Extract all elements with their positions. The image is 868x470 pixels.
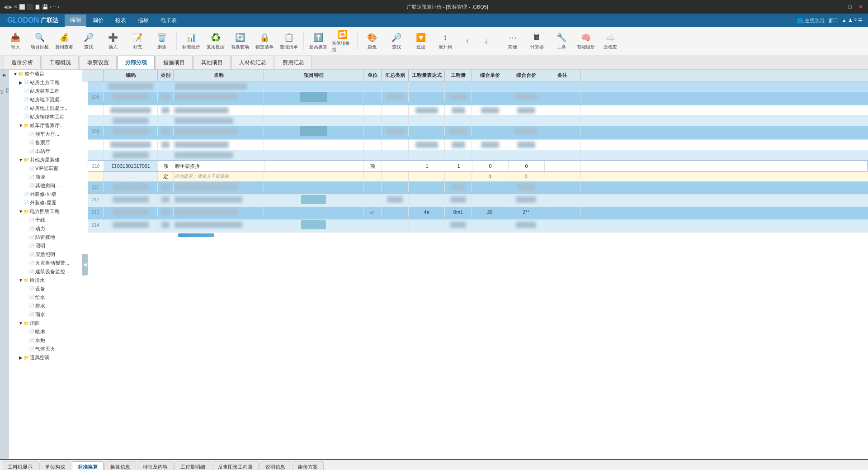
tree-item-18[interactable]: 📄 防雷接地: [9, 233, 82, 242]
bottom-tab-standard[interactable]: 标准换算: [72, 461, 104, 470]
tree-item-26[interactable]: 📄 排水: [9, 302, 82, 310]
item32-expand[interactable]: ▶: [18, 355, 24, 360]
import-button[interactable]: 📥 导入: [4, 29, 27, 53]
item15-expand[interactable]: ▼: [18, 209, 24, 214]
expand-to-button[interactable]: ↕️ 展开到: [434, 29, 457, 53]
table-row[interactable]: [88, 105, 868, 116]
search-button[interactable]: 🔎 查找: [385, 29, 408, 53]
menu-label[interactable]: 描标: [132, 15, 154, 26]
project-check-button[interactable]: 🔍 项目目检: [28, 29, 52, 53]
tab-measures[interactable]: 措施项目: [156, 56, 193, 69]
tree-item-23[interactable]: ▼ 📁 给排水: [9, 276, 82, 285]
close-button[interactable]: ✕: [857, 3, 864, 10]
tree-item-29[interactable]: 📄 喷淋: [9, 328, 82, 336]
table-row[interactable]: [88, 140, 868, 150]
tree-item-25[interactable]: 📄 给水: [9, 293, 82, 302]
window-menu[interactable]: 窗口: [828, 17, 838, 24]
bottom-tab-qty-detail[interactable]: 工程量明细: [175, 461, 211, 470]
reuse-data-button[interactable]: ♻️ 复用数据: [204, 29, 227, 53]
find-button[interactable]: 🔎 查找: [77, 29, 100, 53]
user-icon[interactable]: ▲ ♟ ? ☰: [842, 18, 863, 24]
tree-item-13[interactable]: 📄 外装修-外墙: [9, 190, 82, 199]
tree-item-9[interactable]: ▼ 📁 其他房屋装修: [9, 156, 82, 164]
menu-edit[interactable]: 编制: [65, 14, 86, 27]
tree-item-5[interactable]: ▼ 📁 候车厅售票厅...: [9, 121, 82, 130]
entity-convert-button[interactable]: 🔁 实体转换措: [331, 29, 354, 53]
tree-item-20[interactable]: 📄 应急照明: [9, 250, 82, 259]
table-row-input[interactable]: ... 定 自动提示：请输入子目简称 0 0: [88, 171, 868, 182]
table-row[interactable]: 209: [88, 126, 868, 140]
tree-item-24[interactable]: 📄 设备: [9, 285, 82, 293]
tree-item-30[interactable]: 📄 水炮: [9, 336, 82, 345]
menu-report[interactable]: 报表: [110, 15, 132, 26]
bottom-tab-unit[interactable]: 单位构成: [39, 461, 71, 470]
item9-expand[interactable]: ▼: [18, 157, 24, 162]
table-row[interactable]: 212: [88, 195, 868, 207]
tab-project-overview[interactable]: 工程概况: [42, 56, 79, 69]
menu-adjust[interactable]: 调价: [87, 15, 109, 26]
tree-item-17[interactable]: 📄 动力: [9, 224, 82, 233]
replace-item-button[interactable]: 🔄 替换套项: [228, 29, 252, 53]
td-name-input[interactable]: 自动提示：请输入子目简称: [174, 171, 264, 181]
standard-price-button[interactable]: 📊 标准组价: [179, 29, 203, 53]
tab-cost-analysis[interactable]: 造价分析: [4, 56, 41, 69]
tree-item-31[interactable]: 📄 气体灭火: [9, 345, 82, 353]
tree-item-8[interactable]: 📄 出站厅: [9, 147, 82, 156]
table-row[interactable]: 208: [88, 92, 868, 105]
table-row[interactable]: [88, 150, 868, 161]
window-controls[interactable]: ─ □ ✕: [835, 3, 864, 10]
tab-other-items[interactable]: 其他项目: [193, 56, 231, 69]
tab-labor-material[interactable]: 人材机汇总: [231, 56, 274, 69]
bottom-tab-exchange-info[interactable]: 换算信息: [104, 461, 136, 470]
height-convert-button[interactable]: ⬆️ 超高换算: [307, 29, 330, 53]
bottom-tab-price-plan[interactable]: 组价方案: [292, 461, 324, 470]
table-row[interactable]: 21*: [88, 182, 868, 195]
item23-expand[interactable]: ▼: [18, 278, 24, 283]
td-code-input[interactable]: ...: [104, 171, 158, 181]
td-formula-210[interactable]: 1: [409, 161, 445, 171]
root-expand-icon[interactable]: ▼: [13, 71, 18, 76]
tree-item-4[interactable]: 📄 站房钢结构工程: [9, 113, 82, 121]
tree-item-22[interactable]: 📄 建筑设备监控...: [9, 267, 82, 276]
maximize-button[interactable]: □: [846, 3, 854, 10]
tree-item-12[interactable]: 📄 其他房间...: [9, 181, 82, 190]
tree-item-0[interactable]: ▶ 📄 站房土方工程: [9, 78, 82, 87]
panel-collapse-toggle[interactable]: ◀: [82, 254, 88, 275]
tree-item-2[interactable]: 📄 站房地下混凝...: [9, 95, 82, 104]
online-study-link[interactable]: 🌐 在线学习: [797, 17, 825, 24]
insert-button[interactable]: ➕ 插入: [101, 29, 125, 53]
tools-button[interactable]: 🔧 工具: [550, 29, 573, 53]
item28-expand[interactable]: ▼: [18, 321, 24, 326]
tree-item-11[interactable]: 📄 商业: [9, 173, 82, 181]
table-row[interactable]: 214: [88, 220, 868, 233]
down-button[interactable]: ↓: [477, 29, 495, 53]
td-code-210[interactable]: ☐ 031301017001: [104, 161, 158, 171]
cost-view-button[interactable]: 💰 费用查看: [52, 29, 76, 53]
tab-cost-summary[interactable]: 费用汇总: [275, 56, 312, 69]
minimize-button[interactable]: ─: [835, 3, 843, 10]
supplement-button[interactable]: 📝 补充: [126, 29, 149, 53]
tree-item-27[interactable]: 📄 雨水: [9, 310, 82, 319]
bottom-tab-labor[interactable]: 工料机显示: [2, 461, 38, 470]
tree-item-7[interactable]: 📄 售票厅: [9, 138, 82, 147]
tree-item-3[interactable]: 📄 站房地上混凝土...: [9, 104, 82, 113]
tree-item-6[interactable]: 📄 候车大厅...: [9, 130, 82, 138]
up-button[interactable]: ↑: [458, 29, 476, 53]
menu-electronic[interactable]: 电子表: [155, 15, 182, 26]
tab-fee-settings[interactable]: 取费设置: [80, 56, 117, 69]
bottom-tab-notes[interactable]: 说明信息: [259, 461, 291, 470]
tree-item-15[interactable]: ▼ 📁 电力照明工程: [9, 207, 82, 216]
item0-expand[interactable]: ▶: [18, 80, 24, 85]
calculator-button[interactable]: 🖩 计算器: [525, 29, 549, 53]
delete-button[interactable]: 🗑️ 删除: [150, 29, 174, 53]
tree-item-16[interactable]: 📄 干线: [9, 216, 82, 224]
sidebar-expand-icon[interactable]: ▶: [1, 71, 8, 78]
lock-list-button[interactable]: 🔒 锁定清单: [253, 29, 276, 53]
cloud-check-button[interactable]: ☁️ 云检查: [599, 29, 622, 53]
tree-item-28[interactable]: ▼ 📁 消防: [9, 319, 82, 328]
tree-item-1[interactable]: 📄 站房桩基工程: [9, 87, 82, 95]
tree-item-32[interactable]: ▶ 📁 通风空调: [9, 353, 82, 362]
organize-list-button[interactable]: 📋 整理清单: [277, 29, 301, 53]
tree-item-21[interactable]: 📄 火灾自动报警...: [9, 259, 82, 267]
tab-section-items[interactable]: 分部分项: [118, 56, 155, 69]
